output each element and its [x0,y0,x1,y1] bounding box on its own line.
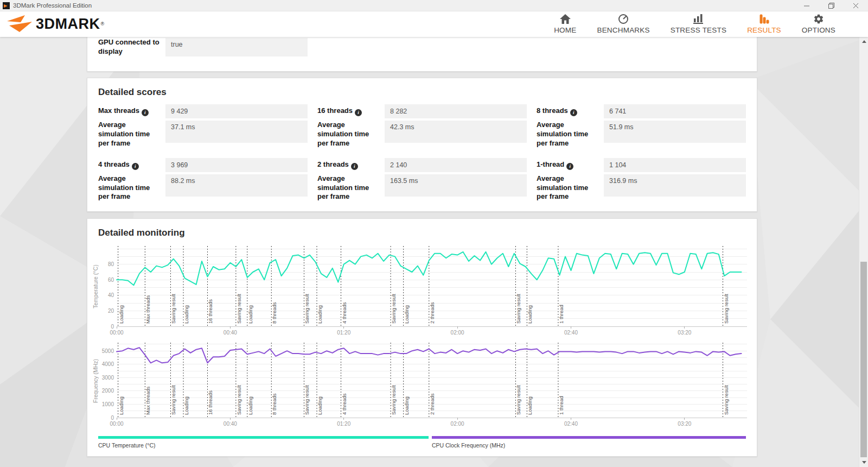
svg-text:03:20: 03:20 [678,421,691,427]
avg-sim-label: Average simulation time per frame [98,121,165,148]
scrollbar-thumb[interactable] [860,262,867,457]
gauge-icon [617,14,629,24]
score-value: 6 741 [604,104,746,118]
cpu-temperature-svg: 02040608000:0000:4001:2002:0002:4003:20L… [98,245,747,337]
svg-text:8 threads: 8 threads [271,393,277,415]
info-icon[interactable]: i [142,109,149,116]
svg-text:Saving result: Saving result [391,385,397,415]
svg-text:Loading: Loading [317,397,323,415]
score-block-2-threads: 2 threadsi 2 140 Average simulation time… [317,158,527,202]
nav-item-options[interactable]: OPTIONS [802,14,835,34]
nav-label: OPTIONS [802,26,835,34]
svg-text:00:40: 00:40 [224,330,237,336]
score-label: Max threadsi [98,106,165,116]
legend-temperature: CPU Temperature (°C) [98,436,429,449]
svg-text:Loading: Loading [317,306,323,324]
svg-text:16 threads: 16 threads [207,299,213,324]
scroll-up-icon [862,40,866,43]
temperature-legend-bar [98,436,429,439]
score-block-max-threads: Max threadsi 9 429 Average simulation ti… [98,104,308,148]
avg-sim-label: Average simulation time per frame [537,174,604,202]
svg-text:02:00: 02:00 [451,421,464,427]
frequency-axis-title: Frequency (MHz) [92,342,99,420]
score-label: 2 threadsi [317,160,385,170]
nav-item-stress-tests[interactable]: STRESS TESTS [671,14,726,34]
vertical-scrollbar[interactable] [859,37,868,467]
svg-text:02:40: 02:40 [564,330,578,336]
maximize-restore-button[interactable] [819,0,844,11]
window-titlebar: 3DMark Professional Edition [0,0,868,11]
svg-text:Max threads: Max threads [145,387,151,415]
main-nav: HOME BENCHMARKS STRESS TESTS RESULTS OPT… [554,14,835,34]
info-icon[interactable]: i [132,163,139,170]
gpu-connected-label: GPU connected to display [98,38,165,56]
svg-text:5000: 5000 [102,348,114,354]
score-value: 1 104 [604,158,746,172]
detailed-monitoring-title: Detailed monitoring [98,228,746,238]
nav-label: HOME [554,26,576,34]
avg-sim-label: Average simulation time per frame [317,121,385,148]
svg-text:2000: 2000 [102,388,114,394]
nav-item-results[interactable]: RESULTS [747,14,781,34]
svg-text:Saving result: Saving result [304,385,310,415]
info-icon[interactable]: i [351,163,358,170]
avg-sim-value: 37.1 ms [165,121,308,143]
svg-text:Max threads: Max threads [145,295,151,324]
info-icon[interactable]: i [566,163,573,170]
svg-text:Loading: Loading [183,306,189,324]
temperature-legend-label: CPU Temperature (°C) [98,442,429,449]
svg-text:Loading: Loading [118,397,124,415]
svg-text:4 threads: 4 threads [341,393,347,415]
svg-text:2 threads: 2 threads [429,302,435,324]
svg-text:Loading: Loading [404,397,410,415]
svg-text:Loading: Loading [404,306,410,324]
svg-text:Loading: Loading [183,397,189,415]
score-value: 9 429 [165,104,308,118]
svg-text:03:20: 03:20 [678,330,691,336]
score-label: 1-threadi [537,160,604,170]
svg-text:3000: 3000 [102,375,114,381]
svg-text:1 thread: 1 thread [558,396,564,415]
legend-frequency: CPU Clock Frequency (MHz) [432,436,746,449]
avg-sim-label: Average simulation time per frame [98,174,165,202]
info-icon[interactable]: i [355,109,362,116]
avg-sim-value: 316.9 ms [604,174,746,197]
svg-text:01:20: 01:20 [337,330,350,336]
cpu-frequency-line [117,348,742,363]
scroll-down-button[interactable] [859,458,868,467]
svg-text:80: 80 [108,262,114,268]
close-button[interactable] [844,0,868,11]
svg-text:Saving result: Saving result [515,294,521,324]
3dmark-arrow-icon [7,15,33,33]
minimize-button[interactable] [795,0,819,11]
scroll-up-button[interactable] [859,37,868,46]
scores-grid: Max threadsi 9 429 Average simulation ti… [98,104,746,201]
svg-text:Saving result: Saving result [723,294,729,324]
svg-text:16 threads: 16 threads [207,390,213,415]
svg-text:00:00: 00:00 [110,421,123,427]
frequency-plot: 01000200030004000500000:0000:4001:2002:0… [98,342,746,431]
temperature-plot: 02040608000:0000:4001:2002:0002:4003:20L… [98,245,746,339]
svg-text:Loading: Loading [527,306,533,324]
nav-item-home[interactable]: HOME [554,14,576,34]
svg-text:Loading: Loading [527,397,533,415]
temperature-chart: Temperature (°C) 02040608000:0000:4001:2… [98,245,746,339]
registered-mark: ® [101,21,105,27]
frequency-legend-bar [432,436,746,439]
brand-name: 3DMARK [36,16,100,33]
svg-text:Saving result: Saving result [304,294,310,324]
nav-item-benchmarks[interactable]: BENCHMARKS [597,14,649,34]
gear-icon [813,14,825,24]
info-icon[interactable]: i [570,109,577,116]
minimize-icon [804,3,810,9]
svg-text:Saving result: Saving result [515,385,521,415]
frequency-chart: Frequency (MHz) 01000200030004000500000:… [98,342,746,431]
svg-text:0: 0 [111,415,114,421]
brand-logo[interactable]: 3DMARK® [7,15,104,33]
temperature-axis-title: Temperature (°C) [92,245,99,329]
svg-text:Loading: Loading [247,306,253,324]
avg-sim-value: 51.9 ms [604,121,746,143]
scroll-down-icon [862,461,866,464]
column-chart-icon [692,14,704,24]
avg-sim-label: Average simulation time per frame [537,121,604,148]
